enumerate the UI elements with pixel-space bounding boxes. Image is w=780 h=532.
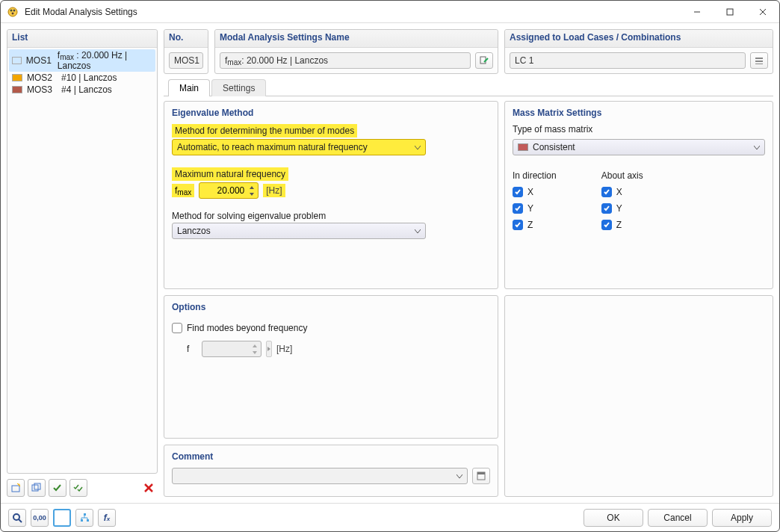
eigenvalue-method-section: Eigenvalue Method Method for determining… (164, 101, 498, 289)
svg-point-1 (10, 10, 12, 11)
view-button[interactable] (53, 509, 71, 527)
titlebar: Edit Modal Analysis Settings (1, 1, 779, 23)
swatch-icon (12, 74, 22, 81)
name-header: Modal Analysis Settings Name (215, 30, 498, 48)
list-item-code: MOS3 (27, 84, 57, 95)
dir-y-checkbox[interactable] (513, 203, 523, 214)
svg-point-19 (13, 514, 19, 520)
settings-list[interactable]: MOS1 fmax : 20.000 Hz | Lanczos MOS2 #10… (7, 48, 157, 473)
list-item[interactable]: MOS1 fmax : 20.000 Hz | Lanczos (9, 49, 155, 72)
axis-label: About axis (601, 170, 643, 181)
axis-z-checkbox[interactable] (601, 220, 612, 230)
comment-input[interactable] (172, 468, 468, 484)
svg-rect-18 (477, 472, 485, 474)
options-section: Options Find modes beyond frequency f (164, 295, 498, 439)
maximize-button[interactable] (714, 1, 746, 23)
delete-item-button[interactable] (140, 479, 158, 497)
list-item-code: MOS2 (27, 72, 57, 83)
edit-name-button[interactable] (475, 52, 493, 69)
svg-rect-21 (84, 513, 86, 516)
list-item[interactable]: MOS3 #4 | Lanczos (9, 84, 155, 96)
svg-rect-9 (32, 485, 38, 491)
tab-settings[interactable]: Settings (211, 79, 266, 96)
swatch-icon (518, 143, 528, 151)
list-item-desc: fmax : 20.000 Hz | Lanczos (58, 50, 152, 71)
axis-y-checkbox[interactable] (601, 203, 612, 214)
list-header: List (7, 30, 157, 48)
spin-up-icon[interactable] (247, 184, 256, 191)
cancel-button[interactable]: Cancel (648, 509, 708, 527)
ok-button[interactable]: OK (584, 509, 643, 527)
units-button[interactable]: 0,00 (31, 509, 49, 527)
swatch-icon (12, 57, 22, 64)
fmax-unit: [Hz] (263, 184, 285, 197)
chevron-down-icon (754, 142, 760, 152)
find-modes-label: Find modes beyond frequency (187, 323, 307, 333)
copy-item-button[interactable] (28, 479, 46, 497)
close-button[interactable] (746, 1, 779, 23)
no-field[interactable]: MOS1 (169, 52, 203, 69)
f-unit: [Hz] (276, 344, 292, 354)
fmax-input[interactable]: 20.000 (199, 182, 259, 199)
mode-method-select[interactable]: Automatic, to reach maximum natural freq… (172, 139, 426, 155)
svg-rect-23 (87, 519, 89, 522)
solve-method-select[interactable]: Lanczos (172, 223, 426, 239)
svg-line-20 (19, 519, 22, 522)
list-item-desc: #4 | Lanczos (61, 84, 112, 95)
chevron-down-icon (415, 142, 421, 152)
fmax-label: Maximum natural frequency (172, 167, 288, 181)
svg-point-3 (12, 13, 13, 14)
minimize-button[interactable] (681, 1, 714, 23)
lc-details-button[interactable] (750, 52, 768, 69)
tab-bar: Main Settings (164, 78, 773, 96)
axis-x-checkbox[interactable] (601, 187, 612, 197)
chevron-down-icon (415, 226, 421, 236)
svg-rect-8 (12, 486, 19, 492)
empty-panel (504, 295, 773, 497)
list-item-desc: #10 | Lanczos (61, 72, 117, 83)
solve-method-label: Method for solving eigenvalue problem (172, 211, 490, 221)
check-item-button[interactable] (49, 479, 66, 497)
app-icon (7, 6, 19, 18)
svg-rect-13 (480, 57, 486, 64)
svg-point-0 (8, 7, 17, 16)
window-title: Edit Modal Analysis Settings (25, 7, 137, 17)
mass-type-select[interactable]: Consistent (513, 139, 765, 155)
lc-field[interactable]: LC 1 (510, 52, 746, 69)
comment-library-button[interactable] (472, 468, 490, 484)
spin-down-icon (250, 349, 259, 356)
mass-matrix-section: Mass Matrix Settings Type of mass matrix… (504, 101, 773, 289)
find-modes-checkbox[interactable] (172, 323, 182, 333)
spin-up-icon (250, 342, 259, 349)
section-title: Eigenvalue Method (172, 108, 490, 118)
list-item[interactable]: MOS2 #10 | Lanczos (9, 72, 155, 84)
swatch-icon (12, 86, 22, 93)
dir-x-checkbox[interactable] (513, 187, 523, 197)
svg-rect-5 (727, 9, 733, 15)
expand-icon (266, 341, 272, 357)
spin-down-icon[interactable] (247, 191, 256, 197)
lc-header: Assigned to Load Cases / Combinations (505, 30, 773, 48)
svg-rect-16 (755, 64, 763, 64)
bottom-bar: 0,00 fx OK Cancel Apply (1, 503, 779, 531)
new-item-button[interactable] (7, 479, 25, 497)
function-button[interactable]: fx (98, 509, 116, 527)
check-all-button[interactable] (69, 479, 87, 497)
f-input (202, 341, 261, 357)
tree-button[interactable] (75, 509, 93, 527)
section-title: Comment (172, 451, 490, 462)
svg-rect-14 (755, 58, 763, 59)
apply-button[interactable]: Apply (712, 509, 772, 527)
tab-main[interactable]: Main (168, 79, 210, 96)
section-title: Mass Matrix Settings (513, 108, 765, 118)
list-item-code: MOS1 (26, 55, 53, 66)
svg-rect-10 (34, 483, 40, 489)
svg-rect-22 (81, 519, 83, 522)
name-field[interactable]: fmax : 20.000 Hz | Lanczos (220, 52, 471, 69)
chevron-down-icon (456, 471, 462, 481)
svg-rect-15 (755, 61, 763, 62)
svg-point-2 (13, 10, 15, 11)
f-symbol: f (187, 344, 197, 354)
dir-z-checkbox[interactable] (513, 220, 523, 230)
search-button[interactable] (8, 509, 26, 527)
